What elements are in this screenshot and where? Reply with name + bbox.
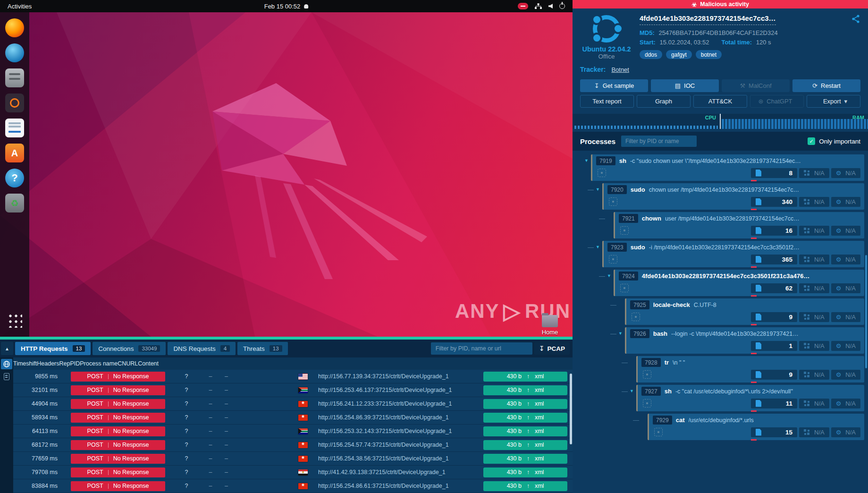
http-request-row[interactable]: 32101 ms POST No Response ? – – — [13, 383, 573, 397]
files-count-stat[interactable]: 9 — [751, 312, 797, 322]
only-important-checkbox[interactable]: ✓ — [808, 137, 815, 145]
content-pill[interactable]: 430 b ↑ xml — [483, 372, 567, 382]
tag-badge[interactable]: ddos — [640, 50, 662, 59]
action-button[interactable]: ↧ Get sample — [580, 79, 648, 92]
process-card[interactable]: 7928 tr \n " " 9 — [636, 356, 864, 382]
content-pill[interactable]: 430 b ↑ xml — [483, 413, 567, 423]
process-card[interactable]: 7919 sh -c "sudo chown user \"/tmp/4fde0… — [591, 154, 864, 181]
sidebar-scrollbar[interactable] — [865, 255, 867, 368]
content-pill[interactable]: 430 b ↑ xml — [483, 454, 567, 464]
http-request-row[interactable]: 58934 ms POST No Response ? – – — [13, 411, 573, 425]
process-card[interactable]: 7927 sh -c "cat /usr/etc/debuginfod/*\.u… — [636, 385, 864, 411]
process-card[interactable]: 7926 bash --login -c \/tmp\/4fde014e1b30… — [625, 327, 864, 354]
panel-collapse-button[interactable]: ▲ — [1, 342, 13, 355]
network-tab[interactable]: Threats 13 — [237, 342, 288, 355]
registry-stat[interactable]: ⚙ N/A — [831, 341, 860, 351]
files-count-stat[interactable]: 365 — [751, 255, 797, 264]
action-button[interactable]: ▤ IOC — [651, 79, 719, 92]
process-card[interactable]: 7920 sudo chown user /tmp/4fde014e1b303e… — [602, 183, 864, 210]
expand-toggle-icon[interactable]: ▼ — [616, 327, 624, 336]
files-view-toggle[interactable] — [4, 373, 9, 380]
action-button[interactable]: ATT&CK — [693, 95, 747, 108]
home-folder-shortcut[interactable]: Home — [536, 315, 564, 336]
pcap-download-button[interactable]: ↧ PCAP — [534, 342, 570, 355]
modules-stat[interactable]: N/A — [799, 370, 829, 380]
files-count-stat[interactable]: 340 — [751, 197, 797, 207]
content-pill[interactable]: 430 b ↑ xml — [483, 481, 567, 491]
content-pill[interactable]: 430 b ↑ xml — [483, 426, 567, 436]
files-count-stat[interactable]: 8 — [751, 168, 797, 178]
dock-launcher-icon[interactable] — [5, 193, 25, 213]
content-pill[interactable]: 430 b ↑ xml — [483, 468, 567, 477]
modules-stat[interactable]: N/A — [799, 197, 829, 207]
expand-toggle-icon[interactable]: ▼ — [594, 241, 602, 249]
content-pill[interactable]: 430 b ↑ xml — [483, 385, 567, 395]
http-request-row[interactable]: 44904 ms POST No Response ? – – — [13, 397, 573, 411]
http-request-row[interactable]: 79708 ms POST No Response ? – – — [13, 466, 573, 479]
network-filter-input[interactable] — [431, 342, 532, 355]
modules-stat[interactable]: N/A — [799, 427, 829, 437]
topbar-clock[interactable]: Feb 15 00:52 — [264, 3, 309, 10]
tag-badge[interactable]: botnet — [696, 50, 722, 59]
files-count-stat[interactable]: 16 — [751, 226, 797, 236]
registry-stat[interactable]: ⚙ N/A — [831, 399, 860, 408]
dock-launcher-icon[interactable] — [5, 168, 25, 188]
registry-stat[interactable]: ⚙ N/A — [831, 427, 860, 437]
action-button[interactable]: Graph — [637, 95, 691, 108]
files-count-stat[interactable]: 1 — [751, 341, 797, 351]
modules-stat[interactable]: N/A — [799, 168, 829, 178]
network-tab[interactable]: HTTP Requests 13 — [15, 342, 91, 355]
content-pill[interactable]: 430 b ↑ xml — [483, 440, 567, 450]
dock-launcher-icon[interactable] — [5, 93, 25, 113]
action-button[interactable]: ⚒ MalConf — [722, 79, 790, 92]
process-card[interactable]: 7923 sudo -i /tmp/4fde014e1b303e22819737… — [602, 241, 864, 267]
system-tray[interactable] — [518, 3, 573, 9]
network-tab[interactable]: DNS Requests 4 — [168, 342, 236, 355]
files-count-stat[interactable]: 11 — [751, 399, 797, 408]
http-request-row[interactable]: 64113 ms POST No Response ? – – — [13, 425, 573, 438]
expand-toggle-icon[interactable]: ▼ — [582, 154, 590, 163]
registry-stat[interactable]: ⚙ N/A — [831, 226, 860, 236]
registry-stat[interactable]: ⚙ N/A — [831, 312, 860, 322]
dock-launcher-icon[interactable] — [5, 143, 25, 163]
tracker-link[interactable]: Botnet — [611, 66, 629, 73]
network-tab[interactable]: Connections 33049 — [93, 342, 166, 355]
modules-stat[interactable]: N/A — [799, 312, 829, 322]
http-request-row[interactable]: 77659 ms POST No Response ? – – — [13, 452, 573, 466]
process-card[interactable]: 7921 chown user /tmp/4fde014e1b303e22819… — [614, 212, 864, 238]
http-request-row[interactable]: 83884 ms POST No Response ? – – — [13, 479, 573, 493]
process-card[interactable]: 7924 4fde014e1b303e2281973742154ec7cc3c3… — [614, 270, 864, 296]
modules-stat[interactable]: N/A — [799, 283, 829, 293]
modules-stat[interactable]: N/A — [799, 341, 829, 351]
modules-stat[interactable]: N/A — [799, 255, 829, 264]
action-button[interactable]: Text report — [580, 95, 634, 108]
registry-stat[interactable]: ⚙ N/A — [831, 370, 860, 380]
process-card[interactable]: 7925 locale-check C.UTF-8 9 — [625, 298, 864, 325]
expand-toggle-icon[interactable]: ▼ — [628, 385, 636, 393]
dock-launcher-icon[interactable] — [5, 118, 25, 138]
process-filter-input[interactable] — [621, 136, 697, 147]
files-count-stat[interactable]: 15 — [751, 427, 797, 437]
action-button[interactable]: Export ▾ — [807, 95, 860, 108]
registry-stat[interactable]: ⚙ N/A — [831, 168, 860, 178]
modules-stat[interactable]: N/A — [799, 399, 829, 408]
files-count-stat[interactable]: 62 — [751, 283, 797, 293]
files-count-stat[interactable]: 9 — [751, 370, 797, 380]
registry-stat[interactable]: ⚙ N/A — [831, 283, 860, 293]
dock-launcher-icon[interactable] — [5, 43, 25, 63]
tag-badge[interactable]: gafgyt — [666, 50, 692, 59]
process-card[interactable]: 7929 cat /usr/etc/debuginfod/*.urls 15 — [648, 414, 864, 440]
registry-stat[interactable]: ⚙ N/A — [831, 255, 860, 264]
share-icon[interactable] — [851, 14, 860, 24]
dock-launcher-icon[interactable] — [5, 18, 25, 38]
content-pill[interactable]: 430 b ↑ xml — [483, 399, 567, 409]
expand-toggle-icon[interactable]: ▼ — [594, 183, 602, 192]
action-button[interactable]: ⟳ Restart — [792, 79, 860, 92]
action-button[interactable]: ⊛ ChatGPT — [750, 95, 804, 108]
table-scrollbar[interactable] — [570, 374, 572, 444]
activities-button[interactable]: Activities — [0, 0, 39, 12]
dock-launcher-icon[interactable] — [5, 310, 25, 330]
http-request-row[interactable]: 9855 ms POST No Response ? – – — [13, 370, 573, 383]
registry-stat[interactable]: ⚙ N/A — [831, 197, 860, 207]
dock-launcher-icon[interactable] — [5, 68, 25, 88]
